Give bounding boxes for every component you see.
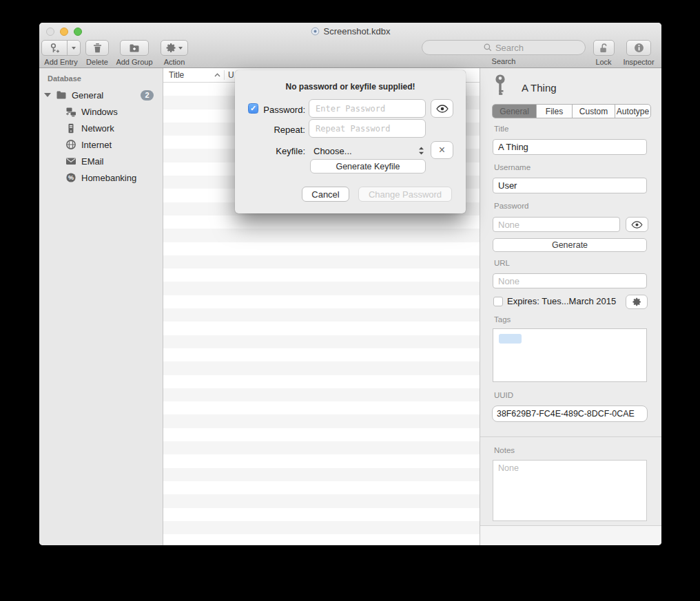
add-group-label: Add Group (116, 58, 152, 66)
search-item: Search Search (422, 40, 586, 65)
toolbar: Add Entry Delete (39, 39, 661, 68)
delete-item: Delete (83, 40, 112, 66)
globe-icon (65, 139, 76, 150)
envelope-icon (65, 156, 76, 166)
chevron-down-icon (178, 47, 183, 50)
url-field[interactable] (493, 273, 647, 288)
sidebar-item-label: General (72, 90, 103, 101)
sidebar: Database General 2 Windows (39, 68, 163, 545)
inspector-item: Inspector (621, 40, 656, 66)
uuid-label: UUID (494, 391, 513, 399)
document-icon (311, 27, 320, 36)
sidebar-item-windows[interactable]: Windows (39, 104, 163, 119)
sidebar-item-email[interactable]: EMail (39, 154, 163, 169)
add-entry-button[interactable] (41, 40, 81, 56)
tab-general[interactable]: General (493, 105, 537, 118)
sidebar-item-label: Homebanking (81, 173, 136, 183)
search-input[interactable]: Search (422, 40, 586, 55)
inspector-footer (480, 525, 661, 545)
keyfile-label: Keyfile: (235, 146, 305, 156)
tags-label: Tags (494, 315, 511, 324)
traffic-lights (46, 28, 82, 36)
add-entry-label: Add Entry (44, 58, 77, 66)
action-item: Action (158, 40, 191, 66)
lock-button[interactable] (593, 40, 615, 56)
key-plus-icon (42, 43, 67, 54)
expires-label: Expires: Tues...March 2015 (507, 296, 616, 306)
inspector-button[interactable] (626, 40, 651, 56)
tab-files[interactable]: Files (537, 105, 573, 118)
cancel-button[interactable]: Cancel (302, 187, 349, 202)
titlebar[interactable]: Screenshot.kdbx (39, 23, 661, 39)
add-group-button[interactable] (120, 40, 149, 56)
password-input[interactable] (309, 99, 426, 118)
lock-item: Lock (590, 40, 617, 66)
keyfile-value: Choose... (309, 146, 352, 156)
disclosure-triangle-icon[interactable] (44, 93, 51, 97)
lock-label: Lock (595, 58, 611, 66)
chevron-down-icon (68, 47, 80, 50)
password-label: Password: (235, 105, 305, 115)
notes-field[interactable] (493, 460, 647, 521)
search-placeholder: Search (495, 43, 524, 53)
search-label: Search (492, 57, 516, 65)
sidebar-item-label: Windows (81, 107, 118, 117)
minimize-button[interactable] (60, 28, 68, 36)
tab-custom[interactable]: Custom (573, 105, 615, 118)
action-label: Action (164, 58, 185, 66)
close-button[interactable] (46, 28, 54, 36)
show-password-button[interactable] (431, 99, 453, 118)
sort-ascending-icon (214, 73, 220, 77)
server-icon (65, 123, 76, 134)
workgroup-icon (65, 107, 76, 117)
tags-field[interactable] (493, 328, 647, 382)
key-icon (493, 74, 508, 101)
repeat-input[interactable] (309, 119, 426, 138)
change-password-dialog: No password or keyfile supplied! ✓ Passw… (235, 70, 466, 213)
sidebar-header: Database (48, 74, 81, 83)
username-field-label: Username (494, 163, 531, 171)
delete-button[interactable] (85, 40, 109, 56)
folder-plus-icon (129, 43, 140, 53)
clear-keyfile-button[interactable]: × (431, 141, 453, 159)
generate-password-button[interactable]: Generate (493, 238, 647, 252)
change-password-button[interactable]: Change Password (358, 187, 452, 202)
password-field[interactable] (493, 217, 620, 232)
expires-settings-button[interactable] (626, 295, 648, 309)
expires-checkbox[interactable] (493, 297, 503, 306)
info-icon (634, 43, 644, 53)
reveal-password-button[interactable] (626, 217, 648, 232)
username-field[interactable] (493, 178, 647, 193)
uuid-field[interactable] (492, 405, 648, 422)
gear-icon (632, 297, 641, 306)
folder-icon (56, 90, 67, 100)
column-divider[interactable] (224, 70, 225, 80)
window-header: Screenshot.kdbx (39, 23, 661, 68)
generate-keyfile-button[interactable]: Generate Keyfile (310, 159, 426, 173)
tab-autotype[interactable]: Autotype (615, 105, 650, 118)
inspector-tabs: General Files Custom Autotype (492, 104, 651, 118)
title-field[interactable] (493, 139, 647, 155)
close-x-icon: × (439, 144, 445, 156)
sidebar-item-internet[interactable]: Internet (39, 137, 163, 152)
unlocked-padlock-icon (599, 43, 609, 54)
sidebar-item-label: Internet (81, 140, 112, 150)
desktop-background: Screenshot.kdbx (0, 0, 700, 601)
window-title-group: Screenshot.kdbx (311, 26, 391, 36)
inspector-label: Inspector (623, 58, 654, 66)
sidebar-item-homebanking[interactable]: % Homebanking (39, 170, 163, 185)
stepper-chevrons-icon (417, 145, 426, 156)
gear-icon (166, 43, 176, 53)
tag-token[interactable] (499, 334, 522, 344)
eye-icon (631, 221, 643, 229)
keyfile-popup[interactable]: Choose... (309, 143, 426, 159)
sidebar-item-network[interactable]: Network (39, 120, 163, 136)
zoom-button[interactable] (74, 28, 82, 36)
search-icon (484, 43, 492, 52)
column-header-title[interactable]: Title (169, 70, 184, 80)
sidebar-item-label: Network (81, 123, 114, 134)
eye-icon (436, 105, 449, 113)
column-header-username[interactable]: U (228, 70, 234, 80)
action-button[interactable] (161, 40, 188, 56)
sidebar-item-general[interactable]: General 2 (39, 87, 163, 103)
